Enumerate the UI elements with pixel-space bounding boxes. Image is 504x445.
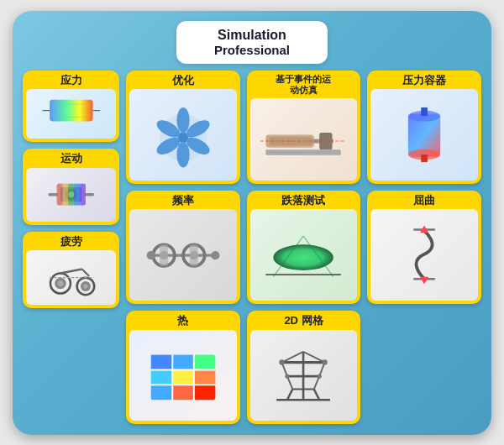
svg-line-82 [303, 351, 325, 362]
buckle-image [370, 209, 478, 301]
title-box: Simulation Professional [176, 21, 328, 64]
module-frequency[interactable]: 频率 [126, 191, 240, 304]
right-grid: 优化 [126, 71, 481, 425]
svg-marker-60 [420, 277, 428, 285]
svg-rect-64 [194, 354, 216, 369]
svg-rect-68 [151, 385, 173, 400]
svg-rect-62 [151, 354, 173, 369]
module-buckle[interactable]: 屈曲 [367, 191, 481, 304]
svg-rect-0 [50, 100, 92, 122]
svg-rect-13 [74, 184, 80, 206]
main-container: Simulation Professional 应力 [13, 11, 491, 435]
optimize-label: 优化 [172, 74, 194, 87]
svg-line-19 [81, 269, 89, 276]
svg-point-48 [146, 251, 155, 259]
event-motion-image [250, 98, 358, 181]
optimize-image [129, 89, 237, 181]
module-stress[interactable]: 应力 [23, 71, 119, 142]
left-column: 应力 [23, 71, 119, 425]
event-motion-label: 基于事件的运动仿真 [276, 74, 331, 96]
svg-line-79 [282, 351, 304, 362]
svg-rect-12 [68, 184, 74, 206]
svg-rect-65 [151, 369, 173, 385]
module-pressure[interactable]: 压力容器 [367, 71, 481, 184]
stress-label: 应力 [60, 74, 82, 87]
pressure-label: 压力容器 [402, 74, 446, 87]
module-heat[interactable]: 热 [126, 311, 240, 424]
svg-point-89 [323, 359, 328, 364]
svg-point-17 [57, 280, 63, 286]
content-area: 应力 [23, 71, 481, 425]
svg-rect-69 [172, 385, 194, 400]
svg-point-49 [211, 251, 219, 259]
svg-rect-11 [62, 184, 68, 206]
svg-point-91 [318, 374, 322, 378]
pressure-image [370, 89, 478, 181]
svg-line-86 [314, 389, 319, 400]
fatigue-image [26, 250, 116, 304]
svg-rect-41 [421, 107, 428, 116]
module-event-motion[interactable]: 基于事件的运动仿真 [247, 71, 361, 184]
title-line2: Professional [190, 43, 314, 57]
module-motion[interactable]: 运动 [23, 149, 119, 225]
svg-line-85 [287, 389, 292, 400]
module-optimize[interactable]: 优化 [126, 71, 240, 184]
svg-point-22 [83, 284, 87, 288]
stress-image [26, 89, 116, 139]
drop-image [250, 209, 358, 301]
frequency-image [129, 209, 237, 301]
svg-rect-42 [421, 154, 428, 162]
svg-point-26 [176, 107, 189, 134]
mesh2d-label: 2D 网格 [284, 314, 323, 327]
svg-point-29 [176, 142, 189, 168]
svg-point-53 [282, 249, 325, 266]
svg-rect-70 [194, 385, 216, 400]
svg-rect-50 [160, 245, 168, 267]
svg-point-88 [280, 359, 285, 364]
svg-rect-63 [172, 354, 194, 369]
svg-line-18 [60, 269, 82, 273]
module-mesh2d[interactable]: 2D 网格 [247, 311, 361, 424]
module-fatigue[interactable]: 疲劳 [23, 232, 119, 308]
frequency-label: 频率 [172, 194, 194, 207]
svg-rect-14 [80, 184, 86, 206]
mesh2d-image [250, 330, 358, 421]
motion-image [26, 168, 116, 222]
svg-rect-66 [172, 369, 194, 385]
buckle-label: 屈曲 [413, 194, 435, 207]
module-drop[interactable]: 跌落测试 [247, 191, 361, 304]
svg-rect-37 [266, 149, 341, 154]
svg-rect-10 [56, 184, 62, 206]
motion-label: 运动 [60, 152, 82, 165]
fatigue-label: 疲劳 [60, 235, 82, 249]
svg-rect-51 [189, 245, 197, 267]
drop-label: 跌落测试 [281, 194, 325, 207]
heat-image [129, 330, 237, 421]
svg-point-90 [286, 374, 290, 378]
heat-label: 热 [177, 314, 188, 327]
svg-rect-67 [194, 369, 216, 385]
title-line1: Simulation [190, 28, 314, 43]
